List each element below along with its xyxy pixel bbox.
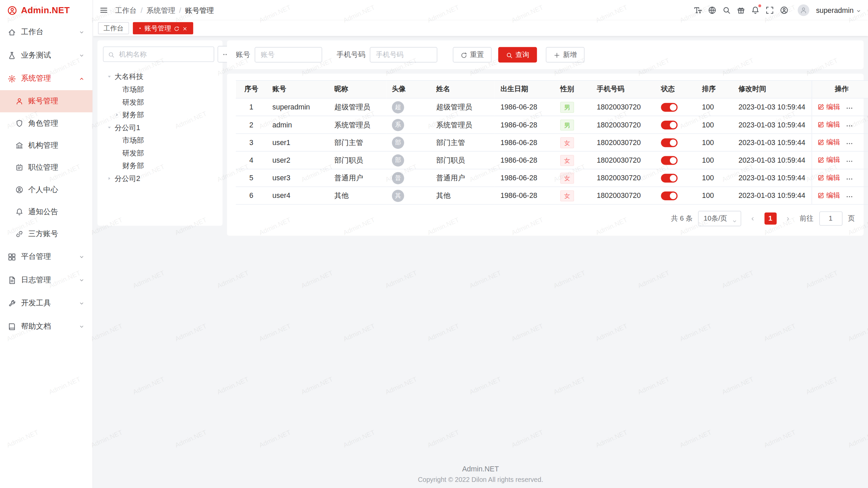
row-more-button[interactable] (846, 158, 853, 165)
tree-node-研发部[interactable]: 研发部 (103, 147, 217, 160)
edit-button-label: 编辑 (826, 191, 840, 200)
chevron-down-icon (856, 8, 861, 14)
main-area: 工作台/系统管理/账号管理 superadmin 工作台账号管理 大名科技市场 (93, 0, 868, 488)
sidebar-item-系统管理[interactable]: 系统管理 (0, 67, 93, 90)
cell-gender: 女 (555, 187, 591, 204)
sidebar-item-帮助文档[interactable]: 帮助文档 (0, 315, 93, 338)
profile-icon[interactable] (777, 3, 791, 17)
sidebar-subitem-账号管理[interactable]: 账号管理 (0, 90, 93, 112)
sidebar-item-业务测试[interactable]: 业务测试 (0, 44, 93, 67)
tree-node-市场部[interactable]: 市场部 (103, 83, 217, 96)
status-toggle[interactable] (661, 121, 677, 129)
edit-button[interactable]: 编辑 (817, 173, 840, 183)
row-more-button[interactable] (846, 105, 853, 112)
add-button[interactable]: 新增 (546, 47, 585, 63)
cell-actions: 编辑 (811, 98, 868, 116)
edit-button-label: 编辑 (826, 138, 840, 147)
tree-caret[interactable] (105, 124, 113, 131)
status-toggle[interactable] (661, 191, 677, 200)
tab-close-icon[interactable] (182, 24, 188, 32)
row-more-button[interactable] (846, 176, 853, 183)
column-header-nickname: 昵称 (329, 81, 387, 98)
row-more-button[interactable] (846, 140, 853, 147)
tree-node-label: 分公司2 (115, 174, 140, 183)
sidebar-subitem-个人中心[interactable]: 个人中心 (0, 179, 93, 201)
chevron-down-icon (79, 323, 85, 329)
tree-node-研发部[interactable]: 研发部 (103, 96, 217, 108)
page-number-button[interactable]: 1 (764, 212, 776, 225)
tree-caret[interactable] (113, 111, 121, 119)
status-toggle[interactable] (661, 138, 677, 147)
reset-button[interactable]: 重置 (453, 47, 492, 63)
page-size-select[interactable]: 10条/页 (698, 211, 741, 226)
cell-name: 普通用户 (431, 169, 495, 187)
search-icon (108, 50, 115, 58)
gift-icon[interactable] (733, 3, 748, 17)
sidebar-subitem-角色管理[interactable]: 角色管理 (0, 112, 93, 134)
org-search-input[interactable] (118, 50, 209, 59)
tree-node-分公司2[interactable]: 分公司2 (103, 172, 217, 185)
sidebar-subitem-通知公告[interactable]: 通知公告 (0, 201, 93, 223)
status-toggle[interactable] (661, 103, 677, 111)
cell-birth: 1986-06-28 (495, 169, 555, 187)
tree-node-分公司1[interactable]: 分公司1 (103, 121, 217, 134)
sidebar-item-开发工具[interactable]: 开发工具 (0, 291, 93, 315)
notification-bell-icon[interactable] (748, 3, 762, 17)
tab-工作台[interactable]: 工作台 (98, 22, 129, 34)
edit-icon (817, 139, 824, 146)
gear-icon (8, 75, 16, 83)
edit-button[interactable]: 编辑 (817, 138, 840, 147)
topbar-icons (690, 3, 791, 17)
tree-node-大名科技[interactable]: 大名科技 (103, 70, 217, 83)
tab-refresh-icon[interactable] (174, 24, 179, 32)
reset-button-label: 重置 (470, 50, 484, 60)
plus-icon (554, 51, 560, 59)
edit-button[interactable]: 编辑 (817, 155, 840, 165)
tab-账号管理[interactable]: 账号管理 (133, 22, 193, 34)
sidebar-subitem-label: 机构管理 (28, 141, 58, 150)
phone-filter-input[interactable] (370, 47, 437, 63)
status-toggle[interactable] (661, 156, 677, 165)
row-more-button[interactable] (846, 193, 853, 200)
sidebar-subitem-机构管理[interactable]: 机构管理 (0, 135, 93, 157)
prev-page-button[interactable] (747, 212, 759, 225)
tree-node-市场部[interactable]: 市场部 (103, 134, 217, 147)
font-size-icon[interactable] (690, 3, 705, 17)
hamburger-menu-icon[interactable] (100, 6, 108, 15)
tree-caret[interactable] (105, 175, 113, 182)
query-button[interactable]: 查询 (498, 47, 537, 63)
next-page-button[interactable] (782, 212, 794, 225)
account-filter-input[interactable] (255, 47, 322, 63)
status-toggle[interactable] (661, 174, 677, 182)
user-menu[interactable]: superadmin (816, 6, 862, 14)
tree-node-财务部[interactable]: 财务部 (103, 108, 217, 121)
breadcrumb-item[interactable]: 系统管理 (146, 5, 175, 15)
edit-button[interactable]: 编辑 (817, 102, 840, 112)
chevron-down-icon (79, 29, 85, 35)
sidebar-item-工作台[interactable]: 工作台 (0, 20, 93, 44)
sidebar-item-label: 日志管理 (21, 275, 51, 285)
tree-node-财务部[interactable]: 财务部 (103, 159, 217, 172)
tree-caret[interactable] (105, 73, 113, 81)
search-icon[interactable] (719, 3, 733, 17)
search-icon (108, 52, 115, 58)
sidebar-item-日志管理[interactable]: 日志管理 (0, 268, 93, 292)
language-icon[interactable] (705, 3, 719, 17)
row-avatar: 其 (392, 189, 404, 202)
edit-button[interactable]: 编辑 (817, 191, 840, 200)
cell-name: 部门主管 (431, 134, 495, 151)
sidebar-item-平台管理[interactable]: 平台管理 (0, 245, 93, 268)
table-row: 4user2部门职员部部门职员1986-06-28女18020030720100… (236, 151, 868, 169)
avatar[interactable] (798, 4, 809, 16)
edit-button[interactable]: 编辑 (817, 120, 840, 129)
sidebar-subitem-职位管理[interactable]: 职位管理 (0, 157, 93, 179)
row-more-button[interactable] (846, 122, 853, 129)
cell-sort: 100 (696, 151, 733, 169)
sidebar-subitem-三方账号[interactable]: 三方账号 (0, 223, 93, 245)
breadcrumb-item[interactable]: 账号管理 (185, 5, 214, 15)
breadcrumb-item[interactable]: 工作台 (115, 5, 137, 15)
cell-status (655, 151, 696, 169)
tab-label: 账号管理 (144, 23, 171, 33)
fullscreen-icon[interactable] (762, 3, 776, 17)
goto-page-input[interactable] (819, 211, 843, 226)
